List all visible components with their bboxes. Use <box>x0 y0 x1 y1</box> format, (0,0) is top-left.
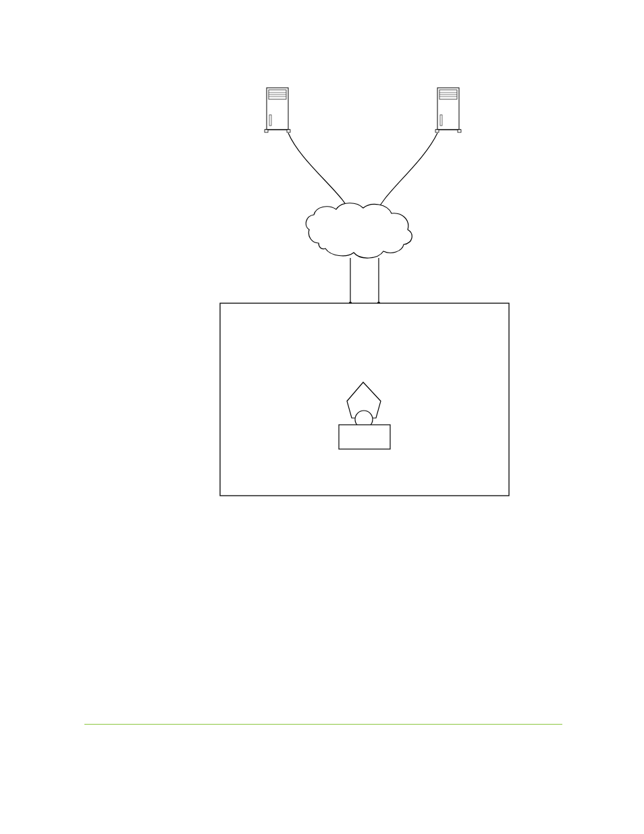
connection-right <box>375 133 437 216</box>
inner-box <box>339 425 390 449</box>
diagram-svg <box>0 0 644 834</box>
cloud-icon <box>306 203 412 258</box>
network-diagram <box>0 0 644 834</box>
svg-rect-8 <box>287 130 290 132</box>
server-right-icon <box>435 88 461 132</box>
footer-divider <box>84 724 562 725</box>
svg-rect-7 <box>265 130 268 132</box>
svg-rect-17 <box>458 130 461 132</box>
server-left-icon <box>265 88 290 132</box>
svg-rect-16 <box>435 130 439 132</box>
connection-left <box>288 133 351 216</box>
svg-rect-14 <box>440 115 442 126</box>
svg-rect-5 <box>269 115 271 126</box>
